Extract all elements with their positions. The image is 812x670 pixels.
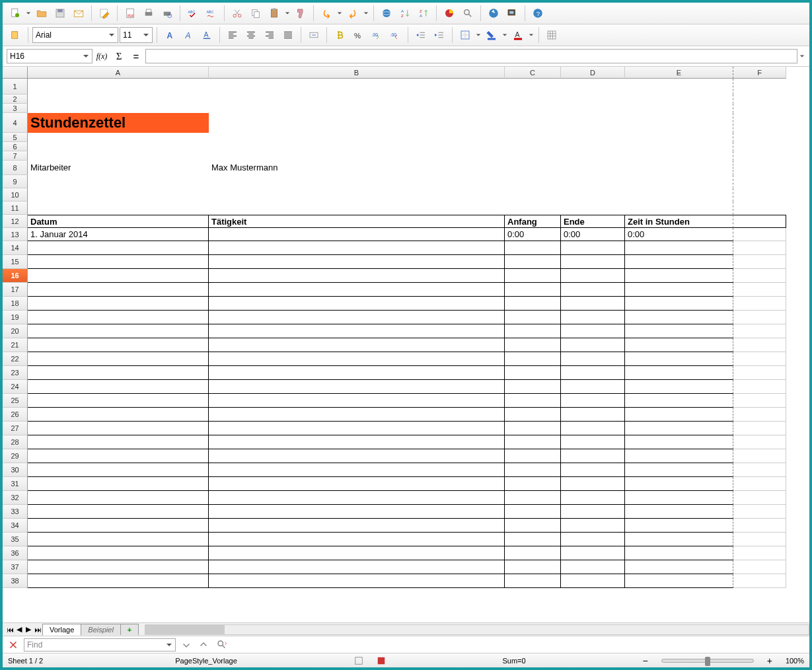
cell-B36[interactable] (209, 546, 505, 560)
cell-E2[interactable] (625, 94, 733, 104)
cell-A24[interactable] (28, 380, 209, 394)
cell-D18[interactable] (561, 297, 625, 311)
sort-desc-button[interactable]: ZA (415, 5, 432, 22)
cell-E17[interactable] (625, 283, 733, 297)
cut-button[interactable] (229, 5, 246, 22)
cell-A19[interactable] (28, 311, 209, 324)
print-preview-button[interactable] (159, 5, 176, 22)
cell-B3[interactable] (209, 104, 505, 113)
find-next-button[interactable] (180, 638, 193, 651)
cell-B28[interactable] (209, 435, 505, 449)
row-header-28[interactable]: 28 (3, 435, 28, 449)
cell-E28[interactable] (625, 435, 733, 449)
find-replace-toggle[interactable] (214, 638, 230, 651)
cell-E24[interactable] (625, 380, 733, 394)
cell-C19[interactable] (505, 311, 561, 324)
cell-D32[interactable] (561, 491, 625, 505)
find-input[interactable]: Find (24, 638, 176, 651)
cell-A12[interactable]: Datum (28, 215, 209, 228)
close-find-button[interactable] (7, 638, 20, 651)
cell-F37[interactable] (733, 560, 786, 574)
row-header-13[interactable]: 13 (3, 228, 28, 241)
cell-C30[interactable] (505, 463, 561, 477)
cell-C25[interactable] (505, 394, 561, 408)
cell-C24[interactable] (505, 380, 561, 394)
cell-A29[interactable] (28, 449, 209, 463)
cell-B19[interactable] (209, 311, 505, 324)
cell-E32[interactable] (625, 491, 733, 505)
cell-B25[interactable] (209, 394, 505, 408)
cell-C29[interactable] (505, 449, 561, 463)
cell-B21[interactable] (209, 338, 505, 352)
cell-D2[interactable] (561, 94, 625, 104)
cell-F26[interactable] (733, 408, 786, 422)
cell-E12[interactable]: Zeit in Stunden (625, 215, 733, 228)
cell-F3[interactable] (733, 104, 786, 113)
cell-A20[interactable] (28, 324, 209, 338)
cell-B35[interactable] (209, 533, 505, 546)
sort-asc-button[interactable]: AZ (396, 5, 414, 22)
cell-B31[interactable] (209, 477, 505, 491)
cell-A26[interactable] (28, 408, 209, 422)
cell-B32[interactable] (209, 491, 505, 505)
cell-F14[interactable] (733, 241, 786, 255)
cell-D7[interactable] (561, 151, 625, 161)
cell-D13[interactable]: 0:00 (561, 228, 625, 241)
cell-B16[interactable] (209, 269, 505, 283)
cell-A9[interactable] (28, 175, 209, 188)
cell-F6[interactable] (733, 142, 786, 151)
row-header-12[interactable]: 12 (3, 215, 28, 228)
cell-B18[interactable] (209, 297, 505, 311)
cell-F17[interactable] (733, 283, 786, 297)
cell-E21[interactable] (625, 338, 733, 352)
decrease-indent-button[interactable] (412, 26, 429, 44)
row-header-34[interactable]: 34 (3, 519, 28, 533)
cell-E6[interactable] (625, 142, 733, 151)
cell-D27[interactable] (561, 422, 625, 435)
cell-B10[interactable] (209, 188, 505, 202)
cell-D11[interactable] (561, 202, 625, 215)
export-pdf-button[interactable]: PDF (122, 5, 139, 22)
cell-A34[interactable] (28, 519, 209, 533)
email-button[interactable] (70, 5, 87, 22)
find-prev-button[interactable] (197, 638, 210, 651)
cell-E37[interactable] (625, 560, 733, 574)
cell-D12[interactable]: Ende (561, 215, 625, 228)
cell-A18[interactable] (28, 297, 209, 311)
row-header-11[interactable]: 11 (3, 202, 28, 215)
cell-D10[interactable] (561, 188, 625, 202)
cell-C8[interactable] (505, 161, 561, 175)
sheet-tab-add[interactable]: + (120, 624, 139, 635)
spellcheck-button[interactable]: ABC (184, 5, 202, 22)
cell-F21[interactable] (733, 338, 786, 352)
cell-B38[interactable] (209, 574, 505, 588)
cell-A35[interactable] (28, 533, 209, 546)
currency-button[interactable] (331, 26, 348, 44)
cell-E33[interactable] (625, 505, 733, 519)
styles-button[interactable] (7, 26, 24, 44)
cell-C13[interactable]: 0:00 (505, 228, 561, 241)
cell-C15[interactable] (505, 255, 561, 269)
cell-C23[interactable] (505, 366, 561, 380)
cell-E1[interactable] (625, 79, 733, 94)
cell-E34[interactable] (625, 519, 733, 533)
zoom-out-button[interactable]: − (643, 655, 648, 666)
cell-F9[interactable] (733, 175, 786, 188)
row-header-21[interactable]: 21 (3, 338, 28, 352)
font-size-select[interactable]: 11 (120, 27, 153, 43)
cell-F2[interactable] (733, 94, 786, 104)
row-header-18[interactable]: 18 (3, 297, 28, 311)
cell-A11[interactable] (28, 202, 209, 215)
row-header-17[interactable]: 17 (3, 283, 28, 297)
cell-C5[interactable] (505, 133, 561, 142)
cell-D16[interactable] (561, 269, 625, 283)
cell-D17[interactable] (561, 283, 625, 297)
cell-C1[interactable] (505, 79, 561, 94)
cell-C4[interactable] (505, 113, 561, 133)
cell-E25[interactable] (625, 394, 733, 408)
tab-prev[interactable]: ◀ (15, 624, 24, 635)
cell-A30[interactable] (28, 463, 209, 477)
cell-B12[interactable]: Tätigkeit (209, 215, 505, 228)
cell-A15[interactable] (28, 255, 209, 269)
row-header-36[interactable]: 36 (3, 546, 28, 560)
